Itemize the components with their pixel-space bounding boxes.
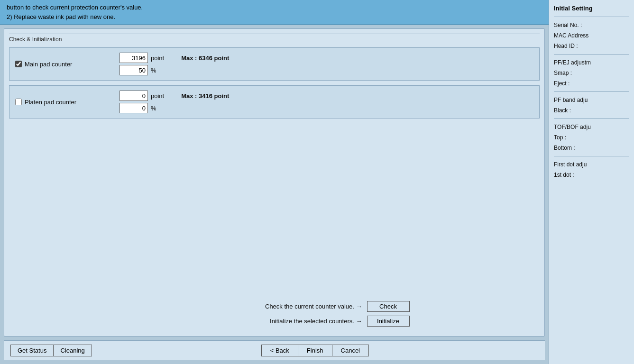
sidebar-first-dot: First dot adju — [554, 160, 629, 169]
platen-pad-label[interactable]: Platen pad counter — [15, 99, 110, 106]
sidebar-tofbof: TOF/BOF adju — [554, 123, 629, 131]
main-pad-label[interactable]: Main pad counter — [15, 61, 110, 68]
main-pad-point-line: 3196 point Max : 6346 point — [119, 53, 229, 63]
finish-button[interactable]: Finish — [298, 345, 332, 356]
get-status-button[interactable]: Get Status — [10, 345, 53, 356]
platen-pad-percent-line: 0 % — [119, 103, 229, 113]
sidebar-pf-band: PF band adju — [554, 96, 629, 104]
check-button[interactable]: Check — [367, 301, 410, 312]
cancel-button[interactable]: Cancel — [332, 345, 369, 356]
sidebar-mac: MAC Address — [554, 31, 629, 40]
init-action-row: Initialize the selected counters. → Init… — [234, 316, 410, 327]
sidebar-black: Black : — [554, 106, 629, 115]
platen-pad-max: Max : 3416 point — [181, 92, 229, 100]
sidebar-divider-2 — [554, 54, 629, 55]
platen-pad-point-unit: point — [151, 92, 164, 100]
banner-line1: button to check current protection count… — [7, 3, 542, 12]
banner-line2: 2) Replace waste ink pad with new one. — [7, 12, 542, 22]
sidebar-top: Top : — [554, 133, 629, 142]
sidebar-serial: Serial No. : — [554, 21, 629, 29]
sidebar-initial-setting[interactable]: Initial Setting — [554, 4, 629, 13]
nav-buttons: < Back Finish Cancel — [261, 345, 369, 356]
platen-pad-label-text: Platen pad counter — [25, 99, 76, 106]
back-button[interactable]: < Back — [261, 345, 298, 356]
init-action-text: Initialize the selected counters. → — [234, 318, 362, 325]
cleaning-button[interactable]: Cleaning — [53, 345, 92, 356]
main-pad-percent-unit: % — [151, 67, 156, 74]
sidebar-divider-5 — [554, 156, 629, 156]
initialize-button[interactable]: Initialize — [367, 316, 410, 327]
info-banner: button to check current protection count… — [0, 0, 549, 25]
platen-pad-point-line: 0 point Max : 3416 point — [119, 91, 229, 101]
main-pad-label-text: Main pad counter — [25, 61, 72, 68]
sidebar-1st-dot: 1st dot : — [554, 171, 629, 179]
sidebar-bottom: Bottom : — [554, 144, 629, 152]
main-pad-max: Max : 6346 point — [181, 55, 229, 62]
main-pad-percent-line: 50 % — [119, 65, 229, 75]
sidebar-eject: Eject : — [554, 79, 629, 88]
platen-pad-percent-box: 0 — [119, 103, 148, 113]
sidebar-divider-3 — [554, 91, 629, 92]
sidebar-pfej: PF/EJ adjustm — [554, 58, 629, 67]
platen-pad-checkbox[interactable] — [15, 99, 22, 105]
main-pad-percent-box: 50 — [119, 65, 148, 75]
platen-pad-percent-unit: % — [151, 105, 156, 112]
right-sidebar: Initial Setting Serial No. : MAC Address… — [549, 0, 634, 364]
main-pad-counter-row: Main pad counter 3196 point Max : 6346 p… — [9, 47, 540, 81]
sidebar-divider-1 — [554, 17, 629, 17]
bottom-bar: Get Status Cleaning < Back Finish Cancel — [4, 340, 545, 360]
action-area: Check the current counter value. → Check… — [9, 296, 540, 331]
platen-pad-counter-row: Platen pad counter 0 point Max : 3416 po… — [9, 85, 540, 118]
main-panel: Check & Initialization Main pad counter … — [4, 28, 545, 337]
platen-pad-values: 0 point Max : 3416 point 0 % — [119, 91, 229, 113]
main-pad-point-unit: point — [151, 55, 164, 62]
sidebar-divider-4 — [554, 118, 629, 119]
main-pad-checkbox[interactable] — [15, 61, 22, 67]
check-action-row: Check the current counter value. → Check — [234, 301, 410, 312]
sidebar-head-id: Head ID : — [554, 42, 629, 50]
platen-pad-point-box: 0 — [119, 91, 148, 101]
section-title: Check & Initialization — [9, 34, 540, 43]
check-action-text: Check the current counter value. → — [234, 303, 362, 310]
sidebar-smap: Smap : — [554, 69, 629, 77]
main-pad-point-box: 3196 — [119, 53, 148, 63]
main-pad-values: 3196 point Max : 6346 point 50 % — [119, 53, 229, 75]
